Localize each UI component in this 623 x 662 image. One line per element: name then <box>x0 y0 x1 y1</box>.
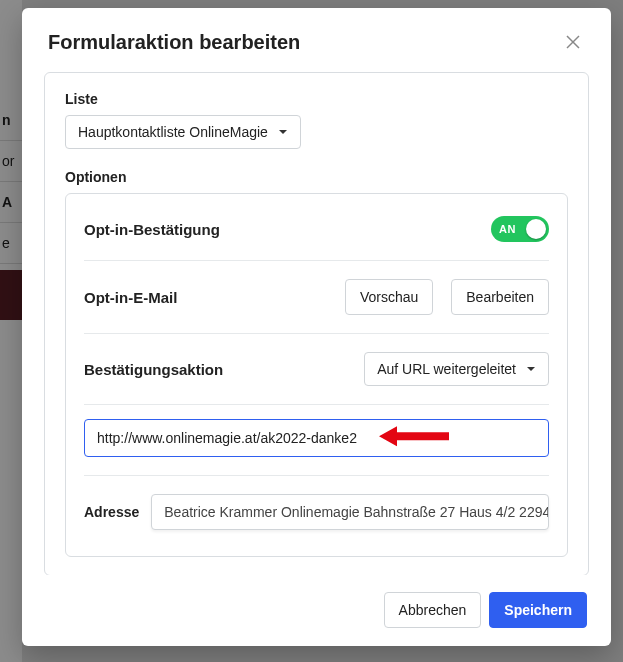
list-dropdown-value: Hauptkontaktliste OnlineMagie <box>78 124 268 140</box>
row-optin-email: Opt-in-E-Mail Vorschau Bearbeiten <box>84 261 549 334</box>
row-optin-confirm: Opt-in-Bestätigung AN <box>84 198 549 261</box>
confirm-action-dropdown[interactable]: Auf URL weitergeleitet <box>364 352 549 386</box>
list-dropdown[interactable]: Hauptkontaktliste OnlineMagie <box>65 115 301 149</box>
modal-header: Formularaktion bearbeiten <box>22 8 611 64</box>
options-panel: Opt-in-Bestätigung AN Opt-in-E-Mail Vors… <box>65 193 568 557</box>
optin-confirm-label: Opt-in-Bestätigung <box>84 221 481 238</box>
chevron-down-icon <box>526 364 536 374</box>
redirect-url-input[interactable] <box>84 419 549 457</box>
modal-title: Formularaktion bearbeiten <box>48 31 561 54</box>
optin-email-label: Opt-in-E-Mail <box>84 289 335 306</box>
cancel-button[interactable]: Abbrechen <box>384 592 482 628</box>
panel-main: Liste Hauptkontaktliste OnlineMagie Opti… <box>44 72 589 575</box>
modal-body: Liste Hauptkontaktliste OnlineMagie Opti… <box>22 64 611 575</box>
close-button[interactable] <box>561 30 585 54</box>
modal-footer: Abbrechen Speichern <box>22 575 611 646</box>
toggle-on-text: AN <box>499 223 516 235</box>
close-icon <box>564 33 582 51</box>
row-url <box>84 405 549 476</box>
address-label: Adresse <box>84 504 139 520</box>
options-label: Optionen <box>65 169 568 185</box>
list-label: Liste <box>65 91 568 107</box>
chevron-down-icon <box>278 127 288 137</box>
address-input[interactable]: Beatrice Krammer Onlinemagie Bahnstraße … <box>151 494 549 530</box>
row-confirm-action: Bestätigungsaktion Auf URL weitergeleite… <box>84 334 549 405</box>
confirm-action-value: Auf URL weitergeleitet <box>377 361 516 377</box>
row-address: Adresse Beatrice Krammer Onlinemagie Bah… <box>84 476 549 552</box>
optin-confirm-toggle[interactable]: AN <box>491 216 549 242</box>
save-button[interactable]: Speichern <box>489 592 587 628</box>
preview-button[interactable]: Vorschau <box>345 279 433 315</box>
toggle-knob <box>526 219 546 239</box>
confirm-action-label: Bestätigungsaktion <box>84 361 354 378</box>
edit-button[interactable]: Bearbeiten <box>451 279 549 315</box>
edit-form-action-modal: Formularaktion bearbeiten Liste Hauptkon… <box>22 8 611 646</box>
